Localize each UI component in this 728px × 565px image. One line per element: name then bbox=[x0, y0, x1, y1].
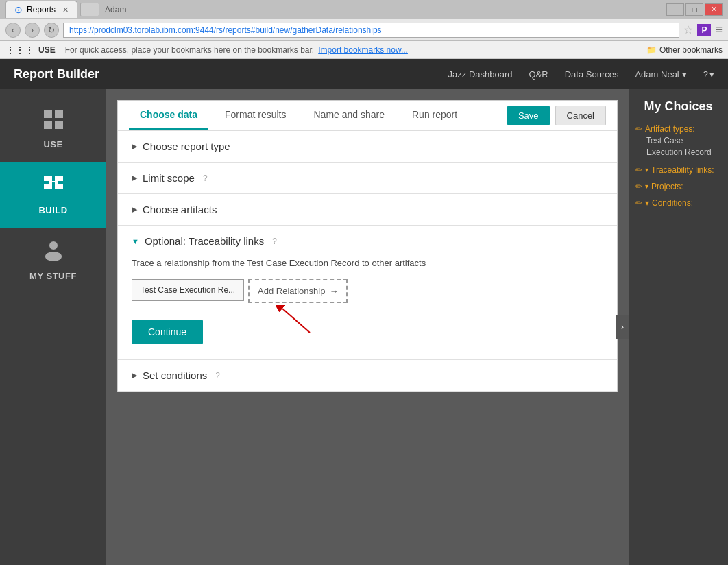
mystuff-label: MY STUFF bbox=[29, 271, 77, 281]
conditions-dropdown-icon: ▾ bbox=[645, 198, 649, 208]
section-header-choose-artifacts[interactable]: ▶ Choose artifacts bbox=[132, 204, 603, 215]
section-limit-scope: ▶ Limit scope ? bbox=[118, 163, 617, 194]
svg-rect-8 bbox=[49, 180, 52, 184]
section-header-traceability[interactable]: ▼ Optional: Traceability links ? bbox=[132, 235, 603, 247]
projects-arrow: ▾ bbox=[645, 182, 648, 190]
back-button[interactable]: ‹ bbox=[5, 23, 21, 38]
collapse-icon-report-type: ▶ bbox=[132, 142, 137, 151]
help-dropdown-icon: ▾ bbox=[709, 69, 714, 80]
section-header-limit-scope[interactable]: ▶ Limit scope ? bbox=[132, 172, 603, 184]
jazz-dashboard-link[interactable]: Jazz Dashboard bbox=[448, 69, 513, 80]
sidebar-item-build[interactable]: BUILD bbox=[0, 162, 106, 228]
svg-rect-9 bbox=[55, 180, 58, 184]
user-menu: Adam bbox=[105, 5, 126, 14]
content-area: Choose data Format results Name and shar… bbox=[106, 89, 629, 565]
tab-run-report[interactable]: Run report bbox=[401, 101, 468, 130]
collapse-icon-choose-artifacts: ▶ bbox=[132, 205, 137, 214]
traceability-links-label: ✏ ▾ Traceability links: bbox=[635, 165, 721, 175]
relationship-flow: Test Case Execution Re... Add Relationsh… bbox=[132, 279, 603, 303]
section-choose-artifacts: ▶ Choose artifacts bbox=[118, 194, 617, 226]
build-label: BUILD bbox=[38, 205, 67, 215]
help-button[interactable]: ? ▾ bbox=[703, 69, 714, 80]
section-header-set-conditions[interactable]: ▶ Set conditions ? bbox=[132, 370, 603, 381]
section-header-report-type[interactable]: ▶ Choose report type bbox=[132, 141, 603, 152]
add-relationship-arrow-icon: → bbox=[329, 286, 338, 296]
traceability-content: Trace a relationship from the Test Case … bbox=[132, 247, 603, 350]
projects-label: ✏ ▾ Projects: bbox=[635, 182, 721, 191]
user-menu-button[interactable]: Adam Neal ▾ bbox=[635, 69, 686, 80]
browser-tab[interactable]: ⊙ Reports ✕ bbox=[5, 1, 77, 18]
save-button[interactable]: Save bbox=[507, 106, 550, 125]
edit-artifact-icon[interactable]: ✏ bbox=[635, 124, 642, 134]
other-bookmarks: 📁 Other bookmarks bbox=[646, 45, 723, 55]
artifact-box[interactable]: Test Case Execution Re... bbox=[132, 279, 244, 301]
edit-traceability-icon[interactable]: ✏ bbox=[635, 165, 642, 175]
tab-close-button[interactable]: ✕ bbox=[62, 5, 69, 14]
artifact-types-label: ✏ Artifact types: bbox=[635, 124, 721, 134]
add-relationship-button[interactable]: Add Relationship → bbox=[248, 279, 348, 303]
app-title: Report Builder bbox=[14, 67, 448, 82]
cancel-button[interactable]: Cancel bbox=[555, 106, 606, 125]
svg-rect-10 bbox=[52, 181, 55, 182]
tab-name-and-share[interactable]: Name and share bbox=[302, 101, 396, 130]
address-bar: ‹ › ↻ ☆ P ≡ bbox=[0, 19, 728, 41]
import-bookmarks-link[interactable]: Import bookmarks now... bbox=[318, 45, 408, 55]
maximize-button[interactable]: □ bbox=[685, 3, 703, 16]
section-traceability-links: ▼ Optional: Traceability links ? Trace a… bbox=[118, 226, 617, 360]
tab-choose-data[interactable]: Choose data bbox=[129, 101, 208, 130]
user-dropdown-icon: ▾ bbox=[682, 69, 687, 80]
left-sidebar: USE BUILD bbox=[0, 89, 106, 565]
mystuff-icon bbox=[44, 240, 63, 267]
minimize-button[interactable]: ─ bbox=[666, 3, 684, 16]
address-input[interactable] bbox=[63, 23, 679, 38]
browser-titlebar: ⊙ Reports ✕ Adam ─ □ ✕ bbox=[0, 0, 728, 19]
traceability-arrow: ▾ bbox=[645, 166, 648, 173]
choices-artifact-types: ✏ Artifact types: Test Case Execution Re… bbox=[635, 124, 721, 158]
report-panel: Choose data Format results Name and shar… bbox=[117, 100, 618, 392]
my-choices-title: My Choices bbox=[635, 99, 721, 115]
artifact-types-value: Test Case Execution Record bbox=[635, 135, 721, 158]
main-layout: USE BUILD bbox=[0, 89, 728, 565]
choices-traceability-links: ✏ ▾ Traceability links: bbox=[635, 165, 721, 175]
red-arrow-annotation bbox=[276, 305, 317, 335]
use-icon bbox=[43, 108, 64, 135]
collapse-icon-traceability: ▼ bbox=[132, 237, 139, 245]
new-tab-button[interactable] bbox=[80, 3, 99, 16]
section-title-report-type: Choose report type bbox=[143, 141, 230, 152]
data-sources-link[interactable]: Data Sources bbox=[565, 69, 619, 80]
sidebar-item-use[interactable]: USE bbox=[0, 96, 106, 162]
sidebar-item-mystuff[interactable]: MY STUFF bbox=[0, 228, 106, 293]
trace-description: Trace a relationship from the Test Case … bbox=[132, 258, 603, 268]
right-panel: › My Choices ✏ Artifact types: Test Case… bbox=[629, 89, 728, 565]
browser-menu-button[interactable]: ≡ bbox=[715, 23, 723, 37]
svg-point-11 bbox=[49, 241, 58, 250]
help-icon-limit-scope[interactable]: ? bbox=[203, 173, 208, 183]
tab-title: Reports bbox=[27, 5, 56, 14]
right-panel-content: My Choices ✏ Artifact types: Test Case E… bbox=[629, 89, 728, 224]
tab-favicon: ⊙ bbox=[14, 4, 23, 15]
bookmarks-bar: ⋮⋮⋮ USE For quick access, place your boo… bbox=[0, 41, 728, 59]
right-panel-toggle[interactable]: › bbox=[616, 315, 629, 339]
section-title-limit-scope: Limit scope bbox=[143, 172, 195, 184]
help-icon-traceability[interactable]: ? bbox=[272, 237, 277, 246]
forward-button[interactable]: › bbox=[25, 23, 40, 38]
choices-projects: ✏ ▾ Projects: bbox=[635, 182, 721, 191]
section-title-traceability: Optional: Traceability links bbox=[145, 235, 264, 247]
tab-format-results[interactable]: Format results bbox=[214, 101, 297, 130]
continue-button[interactable]: Continue bbox=[132, 320, 203, 344]
bookmark-star-icon[interactable]: ☆ bbox=[683, 23, 693, 36]
svg-rect-6 bbox=[44, 184, 52, 189]
section-set-conditions: ▶ Set conditions ? bbox=[118, 360, 617, 392]
edit-conditions-icon[interactable]: ✏ bbox=[635, 198, 642, 208]
svg-rect-1 bbox=[55, 110, 63, 118]
apps-grid-icon: ⋮⋮⋮ bbox=[5, 45, 34, 56]
close-button[interactable]: ✕ bbox=[705, 3, 723, 16]
qr-link[interactable]: Q&R bbox=[529, 69, 548, 80]
help-icon-set-conditions[interactable]: ? bbox=[215, 371, 220, 381]
edit-projects-icon[interactable]: ✏ bbox=[635, 182, 642, 191]
reload-button[interactable]: ↻ bbox=[44, 23, 59, 38]
svg-rect-3 bbox=[55, 121, 63, 129]
apps-label[interactable]: USE bbox=[38, 45, 56, 55]
section-choose-report-type: ▶ Choose report type bbox=[118, 131, 617, 163]
collapse-icon-limit-scope: ▶ bbox=[132, 173, 137, 182]
